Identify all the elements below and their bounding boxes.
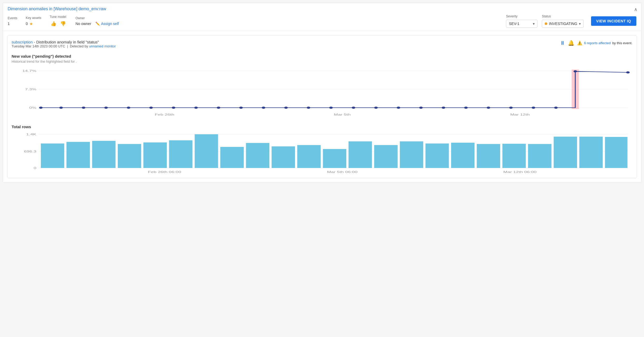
svg-point-12: [104, 107, 108, 109]
affected-count: 6: [584, 41, 586, 45]
bar-chart-section: Total rows 1.4K 696.3 0 Feb 26th 06:00 M…: [12, 125, 632, 174]
bar-19: [528, 144, 552, 168]
bar-13: [374, 145, 398, 168]
owner-section: Owner No owner ✏️ Assign self: [75, 16, 119, 26]
event-date: Tuesday Mar 14th 2023 00:00 UTC: [12, 44, 65, 48]
svg-text:14.7%: 14.7%: [22, 69, 37, 72]
svg-point-11: [82, 107, 85, 109]
svg-point-18: [239, 107, 243, 109]
severity-label: Severity: [506, 14, 538, 18]
event-title-block: subscription - Distribution anomaly in f…: [12, 40, 116, 52]
assign-self-label: Assign self: [101, 22, 119, 26]
bar-17: [477, 144, 500, 168]
svg-point-15: [172, 107, 175, 109]
status-section: Status INVESTIGATING ▾: [542, 14, 583, 28]
assign-self-link[interactable]: ✏️ Assign self: [95, 22, 119, 26]
warning-triangle-icon: ⚠️: [577, 41, 582, 46]
chart-subtitle: Historical trend for the highlighted fie…: [12, 60, 632, 63]
svg-point-9: [39, 107, 43, 109]
event-subtitle: Tuesday Mar 14th 2023 00:00 UTC | Detect…: [12, 44, 116, 48]
owner-text: No owner: [75, 22, 91, 26]
bar-2: [92, 141, 116, 168]
svg-point-32: [554, 107, 558, 109]
svg-text:1.4K: 1.4K: [26, 133, 37, 136]
bar-chart-container: 1.4K 696.3 0 Feb 26th 06:00 Mar 5th 06:0…: [12, 132, 632, 174]
event-title: subscription - Distribution anomaly in f…: [12, 40, 116, 44]
bar-16: [451, 143, 475, 168]
affected-notice: ⚠️ 6 reports affected by this event.: [577, 41, 632, 46]
svg-point-17: [217, 107, 221, 109]
svg-text:Mar 5th 06:00: Mar 5th 06:00: [327, 170, 358, 174]
affected-reports-link[interactable]: 6 reports affected: [584, 41, 611, 45]
svg-point-33: [573, 70, 577, 72]
svg-point-29: [487, 107, 490, 109]
owner-label: Owner: [75, 16, 119, 20]
status-dropdown[interactable]: INVESTIGATING ▾: [542, 20, 583, 28]
bar-12: [349, 141, 372, 168]
pencil-icon: ✏️: [95, 22, 100, 26]
owner-value: No owner ✏️ Assign self: [75, 22, 119, 26]
monitor-link[interactable]: unnamed monitor: [89, 44, 116, 48]
bar-8: [246, 143, 269, 168]
svg-point-27: [442, 107, 445, 109]
bar-chart-title: Total rows: [12, 125, 632, 129]
event-actions: ⏸ 🔔 ⚠️ 6 reports affected by this event.: [560, 40, 632, 46]
bar-chart-svg: 1.4K 696.3 0 Feb 26th 06:00 Mar 5th 06:0…: [12, 132, 632, 174]
bar-4: [143, 142, 167, 168]
svg-text:696.3: 696.3: [24, 150, 36, 153]
svg-point-14: [149, 107, 153, 109]
thumb-up-button[interactable]: 👍: [50, 20, 57, 27]
svg-text:0: 0: [33, 166, 36, 170]
key-assets-label: Key assets: [26, 16, 41, 20]
severity-value: SEV-1: [509, 22, 519, 26]
line-chart-container: 14.7% 7.3% 0% Feb 26th Mar 5th Mar 12th: [12, 66, 632, 118]
events-label: Events: [8, 16, 17, 20]
bar-18: [502, 144, 526, 168]
subscription-link[interactable]: subscription: [12, 40, 33, 44]
bar-11: [323, 149, 346, 168]
svg-text:7.3%: 7.3%: [25, 88, 36, 91]
pause-icon-button[interactable]: ⏸: [560, 40, 565, 46]
view-incident-button[interactable]: VIEW INCIDENT IQ: [591, 16, 636, 26]
bar-15: [426, 143, 449, 168]
bar-3: [118, 144, 141, 168]
bell-icon-button[interactable]: 🔔: [568, 40, 574, 46]
key-assets-section: Key assets 0 ★: [26, 16, 41, 26]
svg-point-20: [284, 107, 288, 109]
svg-text:Feb 26th: Feb 26th: [155, 113, 174, 116]
svg-point-19: [262, 107, 265, 109]
event-title-suffix: - Distribution anomaly in field "status": [34, 40, 99, 44]
tune-model-buttons: 👍 👎: [50, 20, 67, 27]
svg-text:Mar 12th: Mar 12th: [510, 113, 530, 116]
tune-model-label: Tune model: [50, 15, 67, 19]
bar-0: [41, 143, 64, 168]
bar-14: [400, 141, 423, 168]
status-value: INVESTIGATING: [549, 22, 577, 26]
svg-point-23: [352, 107, 355, 109]
bar-20: [554, 137, 577, 168]
trend-line: [41, 71, 628, 108]
svg-point-21: [307, 107, 310, 109]
incident-panel: Dimension anomalies in [Warehouse] demo_…: [3, 3, 641, 183]
svg-text:Mar 12th 06:00: Mar 12th 06:00: [503, 170, 536, 174]
svg-text:0%: 0%: [29, 106, 37, 109]
key-assets-number: 0: [26, 22, 28, 26]
severity-section: Severity SEV-1 ▾: [506, 14, 538, 28]
thumb-down-button[interactable]: 👎: [59, 20, 67, 27]
severity-dropdown[interactable]: SEV-1 ▾: [506, 20, 538, 28]
svg-point-26: [419, 107, 423, 109]
tune-model-section: Tune model 👍 👎: [50, 15, 67, 27]
events-value: 1: [8, 22, 17, 26]
svg-point-31: [532, 107, 535, 109]
bar-1: [66, 142, 90, 168]
bar-7: [220, 147, 244, 168]
incident-title[interactable]: Dimension anomalies in [Warehouse] demo_…: [8, 7, 636, 11]
svg-point-22: [329, 107, 333, 109]
svg-point-13: [127, 107, 130, 109]
bar-9: [272, 146, 295, 168]
line-chart-svg: 14.7% 7.3% 0% Feb 26th Mar 5th Mar 12th: [12, 66, 632, 118]
affected-text: reports affected: [587, 41, 611, 45]
incident-header: Dimension anomalies in [Warehouse] demo_…: [3, 3, 641, 31]
svg-text:Feb 26th 06:00: Feb 26th 06:00: [148, 170, 181, 174]
close-button[interactable]: ∧: [634, 7, 637, 12]
